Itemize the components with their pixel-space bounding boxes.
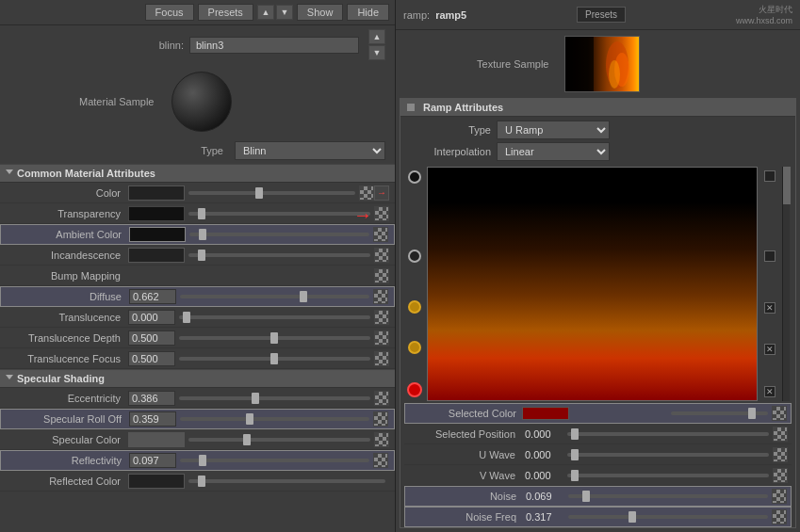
- selected-position-slider[interactable]: [567, 432, 769, 436]
- ramp-handle-gold2[interactable]: [408, 341, 421, 354]
- texture-sample-label: Texture Sample: [405, 58, 557, 70]
- hide-button[interactable]: Hide: [347, 4, 389, 21]
- ramp-right-handle-5[interactable]: ✕: [764, 386, 776, 397]
- ramp-right-handle-top[interactable]: [764, 170, 776, 182]
- noise-freq-slider[interactable]: [568, 515, 768, 519]
- attr-eccentricity-label: Eccentricity: [6, 393, 128, 404]
- noise-freq-value: 0.317: [522, 511, 564, 523]
- v-wave-map-btn[interactable]: [773, 468, 788, 483]
- diffuse-slider[interactable]: [180, 295, 369, 298]
- specular-triangle: [6, 375, 13, 383]
- ramp-gradient-box[interactable]: [427, 167, 758, 401]
- diffuse-value[interactable]: [129, 289, 176, 304]
- noise-slider[interactable]: [568, 494, 768, 498]
- presets-box[interactable]: Presets: [577, 7, 626, 23]
- selected-color-swatch[interactable]: [522, 407, 569, 420]
- common-material-attrs-header[interactable]: Common Material Attributes: [0, 164, 395, 183]
- ramp-attrs-section: Ramp Attributes Type U Ramp Interpolatio…: [400, 98, 796, 528]
- attr-translucence-focus: Translucence Focus: [0, 348, 395, 369]
- noise-freq-map-btn[interactable]: [772, 509, 787, 524]
- incandescence-slider[interactable]: [188, 253, 370, 257]
- specular-roll-off-slider[interactable]: [180, 417, 369, 421]
- ambient-color-map-btn[interactable]: [373, 227, 388, 242]
- incandescence-swatch[interactable]: [128, 248, 185, 263]
- blinn-nav-up[interactable]: ▲: [368, 29, 385, 44]
- translucence-focus-value[interactable]: [128, 351, 175, 366]
- reflected-color-swatch[interactable]: [128, 474, 185, 489]
- eccentricity-value[interactable]: [128, 391, 175, 406]
- translucence-depth-map-btn[interactable]: [374, 330, 389, 346]
- color-map-btn[interactable]: [359, 185, 374, 201]
- ramp-type-label: Type: [406, 124, 491, 136]
- reflectivity-map-btn[interactable]: [373, 453, 388, 468]
- color-arrow-btn[interactable]: →: [374, 185, 389, 201]
- specular-color-swatch[interactable]: [128, 432, 185, 447]
- ramp-selected-color-row: Selected Color: [404, 403, 792, 424]
- nav-up-button[interactable]: ▲: [257, 5, 274, 20]
- ramp-scrollbar[interactable]: [782, 167, 790, 401]
- ambient-color-swatch[interactable]: [129, 227, 186, 242]
- attr-specular-color-label: Specular Color: [6, 434, 128, 445]
- ambient-color-slider[interactable]: [189, 233, 369, 236]
- specular-roll-off-value[interactable]: [129, 411, 176, 427]
- selected-position-map-btn[interactable]: [773, 427, 788, 442]
- type-row: Type Blinn: [0, 139, 395, 164]
- svg-point-5: [609, 60, 620, 89]
- blinn-nav-down[interactable]: ▼: [368, 45, 385, 60]
- ramp-attrs-title: Ramp Attributes: [423, 102, 503, 113]
- ramp-handle-red-selected[interactable]: [407, 382, 422, 397]
- v-wave-slider[interactable]: [567, 474, 769, 477]
- ramp-right-handle-3[interactable]: ✕: [764, 302, 776, 314]
- u-wave-map-btn[interactable]: [773, 447, 788, 462]
- specular-shading-header[interactable]: Specular Shading: [0, 369, 395, 388]
- specular-color-slider[interactable]: [188, 438, 370, 442]
- transparency-map-btn[interactable]: [374, 206, 389, 221]
- ramp-handle-gold1[interactable]: [408, 300, 421, 314]
- u-wave-value: 0.000: [521, 449, 563, 460]
- translucence-value[interactable]: [128, 310, 175, 325]
- ramp-left-handles: [406, 167, 423, 401]
- color-swatch[interactable]: [128, 185, 185, 201]
- type-select[interactable]: Blinn: [235, 141, 385, 160]
- attr-translucence-label: Translucence: [6, 312, 128, 323]
- ramp-attrs-header[interactable]: Ramp Attributes: [400, 99, 795, 117]
- translucence-depth-value[interactable]: [128, 330, 175, 346]
- selected-color-map-btn[interactable]: [772, 406, 787, 421]
- selected-color-slider[interactable]: [671, 411, 769, 415]
- attr-incandescence-label: Incandescence: [6, 250, 128, 261]
- eccentricity-map-btn[interactable]: [374, 391, 389, 406]
- focus-button[interactable]: Focus: [145, 4, 194, 21]
- diffuse-map-btn[interactable]: [373, 289, 388, 304]
- color-slider[interactable]: [188, 191, 355, 195]
- ramp-handle-dark[interactable]: [408, 250, 421, 263]
- reflectivity-slider[interactable]: [180, 459, 369, 462]
- u-wave-slider[interactable]: [567, 453, 769, 457]
- incandescence-map-btn[interactable]: [374, 248, 389, 263]
- ramp-interp-select[interactable]: Linear: [497, 142, 610, 161]
- noise-map-btn[interactable]: [772, 489, 787, 504]
- type-label: Type: [201, 145, 229, 156]
- eccentricity-slider[interactable]: [179, 396, 370, 400]
- reflectivity-value[interactable]: [129, 453, 176, 468]
- transparency-swatch[interactable]: [128, 206, 185, 221]
- transparency-slider[interactable]: [188, 212, 370, 216]
- reflected-color-slider[interactable]: [188, 479, 385, 483]
- attrs-scroll-area[interactable]: Common Material Attributes Color → Trans…: [0, 164, 395, 532]
- ramp-type-select[interactable]: U Ramp: [497, 121, 610, 139]
- bump-map-btn[interactable]: [374, 268, 389, 283]
- presets-button[interactable]: Presets: [198, 4, 253, 21]
- specular-color-map-btn[interactable]: [374, 432, 389, 447]
- specular-roll-off-map-btn[interactable]: [373, 411, 388, 427]
- blinn-input[interactable]: [189, 37, 359, 54]
- translucence-focus-slider[interactable]: [179, 357, 370, 361]
- translucence-depth-slider[interactable]: [179, 336, 370, 340]
- show-button[interactable]: Show: [297, 4, 344, 21]
- ramp-handle-black-top[interactable]: [408, 170, 421, 184]
- translucence-slider[interactable]: [179, 315, 370, 319]
- translucence-map-btn[interactable]: [374, 310, 389, 325]
- translucence-focus-map-btn[interactable]: [374, 351, 389, 366]
- nav-down-button[interactable]: ▼: [276, 5, 293, 20]
- ramp-right-handle-2[interactable]: [764, 250, 776, 262]
- texture-sample-row: Texture Sample: [396, 30, 800, 98]
- ramp-right-handle-4[interactable]: ✕: [764, 344, 776, 355]
